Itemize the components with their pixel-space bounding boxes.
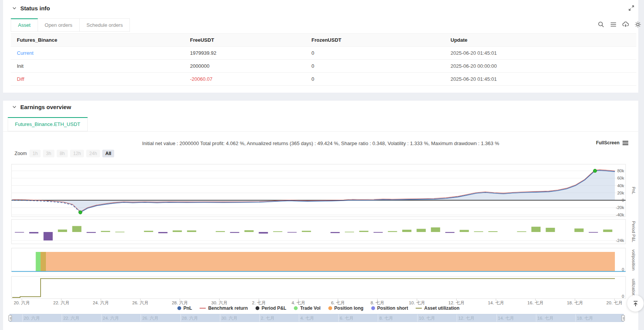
x-axis-label: 20. 六月 [5,300,39,306]
legend-item-benchmark-return[interactable]: Benchmark return [200,305,247,311]
asset-table-header: Futures_BinanceFreeUSDTFrozenUSDTUpdate [11,34,636,47]
navigator-label: 26. 六月 [142,315,177,321]
search-icon[interactable] [598,21,605,28]
table-row: Diff-20060.0702025-06-20 01:45:01 [11,73,636,86]
tab-schedule-orders[interactable]: Schedule orders [80,18,130,32]
svg-text:-40k: -40k [616,212,624,217]
navigator-label: 6. 七月 [340,315,374,321]
navigator-label: 14. 七月 [498,315,533,321]
column-header: Futures_Binance [11,34,184,47]
navigator-gridline [62,314,62,322]
zoom-button-1h[interactable]: 1h [29,150,41,157]
legend-line [416,308,422,309]
svg-text:20k: 20k [617,191,624,195]
navigator-gridline [536,314,536,322]
earnings-summary: Initial net value : 2000000 Total profit… [3,140,638,146]
chart-legend: PnLBenchmark returnPeriod P&LTrade VolPo… [0,305,637,311]
navigator-gridline [180,314,181,322]
navigator-gridline [378,314,378,322]
status-tabs: AssetOpen ordersSchedule orders [11,18,130,32]
scroll-to-top-button[interactable] [627,295,644,312]
navigator-gridline [259,314,260,322]
svg-text:vol/position: vol/position [631,249,636,270]
navigator-gridline [338,314,339,322]
legend-dot [256,306,259,310]
navigator-gridline [101,314,102,322]
table-cell: -20060.07 [184,73,305,86]
x-axis-label: 26. 六月 [123,300,157,306]
table-cell: 2025-06-20 00:00:00 [444,60,636,73]
svg-text:80k: 80k [617,168,624,173]
cloud-download-icon[interactable] [622,21,629,28]
chart-canvas[interactable]: 80k60k40k20k0-20k-40kPnL-24kPeriod P&L0v… [0,161,644,303]
column-header: FrozenUSDT [305,34,444,47]
navigator-label: 22. 六月 [63,315,98,321]
legend-dot [371,306,375,310]
earnings-chart[interactable]: 80k60k40k20k0-20k-40kPnL-24kPeriod P&L0v… [0,161,644,303]
x-axis-label: 4. 七月 [281,300,316,306]
zoom-button-all[interactable]: All [102,150,114,157]
legend-label: Position long [334,305,364,311]
svg-text:PnL: PnL [631,187,636,194]
navigator-label: 8. 七月 [379,315,414,321]
svg-text:40k: 40k [617,183,624,188]
zoom-button-3h[interactable]: 3h [43,150,54,157]
navigator-gridline [575,314,576,322]
tab-open-orders[interactable]: Open orders [38,18,80,32]
chevron-down-icon [12,105,16,109]
x-axis-label: 12. 七月 [439,300,474,306]
row-label[interactable]: Current [11,47,184,60]
legend-item-position-short[interactable]: Position short [371,305,408,311]
navigator-gridline [497,314,497,322]
x-axis-label: 8. 七月 [360,300,395,306]
x-axis-label: 16. 七月 [518,300,553,306]
chart-range-navigator[interactable]: 20. 六月22. 六月24. 六月26. 六月28. 六月30. 六月2. 七… [10,314,624,322]
tab-futures-binance-eth-usdt[interactable]: Futures_Binance.ETH_USDT [8,117,88,131]
zoom-button-8h[interactable]: 8h [57,150,68,157]
tab-asset[interactable]: Asset [11,18,38,32]
asset-table: Futures_BinanceFreeUSDTFrozenUSDTUpdate … [11,33,636,86]
navigator-label: 4. 七月 [300,315,335,321]
navigator-left-handle[interactable] [8,315,12,321]
column-header: Update [444,34,636,47]
legend-item-position-long[interactable]: Position long [328,305,364,311]
menu-icon[interactable] [610,21,617,28]
legend-label: Trade Vol [300,305,320,311]
status-section-title: Status info [20,5,50,11]
navigator-label: 16. 七月 [537,315,572,321]
navigator-label: 10. 七月 [419,315,453,321]
zoom-button-24h[interactable]: 24h [86,150,100,157]
gear-icon[interactable] [634,21,641,28]
row-label: Diff [11,73,184,86]
table-cell: 0 [305,73,444,86]
svg-text:0: 0 [622,267,624,272]
earnings-section-header[interactable]: Earnings overview [12,104,71,110]
x-axis-label: 22. 六月 [44,300,79,306]
fullscreen-label: FullScreen [596,140,619,145]
expand-fullscreen-icon[interactable] [628,5,634,11]
navigator-label: 24. 六月 [103,315,137,321]
legend-dot [294,306,298,310]
legend-item-period-p-l[interactable]: Period P&L [256,305,287,311]
legend-dot [328,306,332,310]
legend-label: Asset utilization [424,305,459,311]
table-cell: 2000000 [184,60,305,73]
row-label: Init [11,60,184,73]
x-axis-label: 6. 七月 [321,300,355,306]
navigator-label: 2. 七月 [261,315,295,321]
navigator-label: 30. 六月 [221,315,256,321]
chart-menu-icon[interactable] [623,140,628,145]
table-row: Init200000002025-06-20 00:00:00 [11,60,636,73]
svg-text:-24k: -24k [616,238,624,243]
navigator-right-handle[interactable] [621,315,625,321]
status-section-header[interactable]: Status info [12,5,50,11]
zoom-button-12h[interactable]: 12h [70,150,84,157]
navigator-gridline [299,314,299,322]
fullscreen-button[interactable]: FullScreen [596,140,628,145]
legend-item-trade-vol[interactable]: Trade Vol [294,305,320,311]
navigator-gridline [457,314,457,322]
legend-item-asset-utilization[interactable]: Asset utilization [416,305,459,311]
navigator-label: 20. 六月 [24,315,58,321]
x-axis-label: 20. 七月 [597,300,632,306]
legend-item-pnl[interactable]: PnL [177,305,192,311]
